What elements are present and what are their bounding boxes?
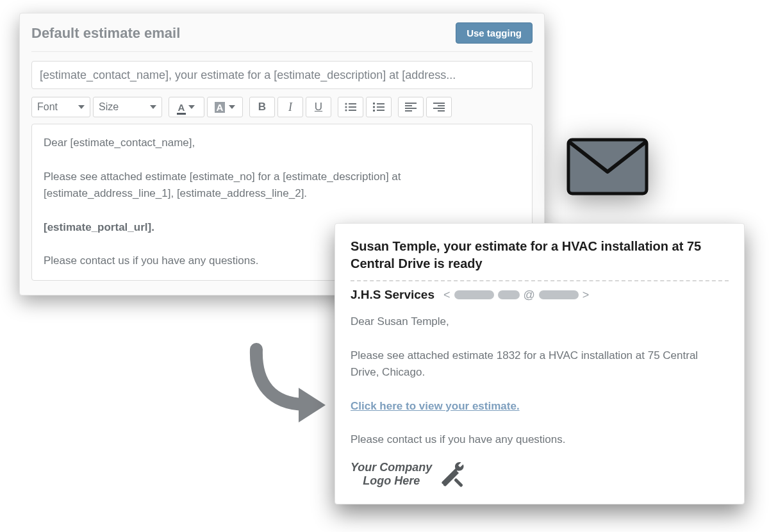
at-symbol: @ <box>524 288 535 302</box>
bullet-list-button[interactable] <box>338 97 363 117</box>
svg-rect-7 <box>377 103 384 104</box>
redacted-text <box>498 290 520 299</box>
subject-input[interactable] <box>31 61 533 89</box>
size-select-label: Size <box>99 101 119 113</box>
logo-placeholder: Your Company Logo Here <box>351 460 729 488</box>
numbered-list-button[interactable] <box>366 97 392 117</box>
size-select[interactable]: Size <box>93 97 162 117</box>
svg-rect-12 <box>405 103 417 104</box>
chevron-down-icon <box>188 105 195 109</box>
svg-rect-11 <box>377 110 384 111</box>
svg-rect-16 <box>433 103 445 104</box>
tools-icon <box>438 460 467 488</box>
preview-panel: Susan Temple, your estimate for a HVAC i… <box>335 223 745 504</box>
highlight-color-button[interactable]: A <box>207 97 243 117</box>
align-right-button[interactable] <box>426 97 452 117</box>
svg-rect-8 <box>373 106 375 108</box>
preview-line: Dear Susan Temple, <box>351 313 729 330</box>
svg-point-0 <box>345 103 347 104</box>
svg-rect-20 <box>568 140 647 194</box>
envelope-icon <box>566 135 649 199</box>
chevron-down-icon <box>78 105 85 109</box>
svg-rect-14 <box>405 108 417 109</box>
text-color-button[interactable]: A <box>169 97 204 117</box>
bold-button[interactable]: B <box>249 97 275 117</box>
preview-divider <box>351 280 729 281</box>
preview-body: Dear Susan Temple, Please see attached e… <box>351 313 729 449</box>
preview-subject: Susan Temple, your estimate for a HVAC i… <box>351 238 729 272</box>
font-select-label: Font <box>37 101 58 113</box>
chevron-down-icon <box>150 105 156 109</box>
italic-button[interactable]: I <box>277 97 303 117</box>
svg-point-2 <box>345 106 347 108</box>
logo-text: Your Company Logo Here <box>351 461 432 487</box>
editor-header: Default estimate email Use tagging <box>31 22 533 52</box>
preview-line: Please contact us if you have any questi… <box>351 431 729 448</box>
logo-line2: Logo Here <box>363 474 420 487</box>
svg-rect-1 <box>349 103 356 104</box>
editor-toolbar: Font Size A A B I U <box>31 97 533 117</box>
preview-line: Please see attached estimate 1832 for a … <box>351 347 729 381</box>
preview-from-email: < @ > <box>443 288 589 302</box>
view-estimate-link[interactable]: Click here to view your estimate. <box>351 400 520 412</box>
svg-rect-9 <box>377 106 384 108</box>
svg-rect-13 <box>405 105 412 106</box>
align-left-button[interactable] <box>398 97 424 117</box>
svg-rect-15 <box>405 110 412 112</box>
redacted-text <box>454 290 494 299</box>
svg-rect-18 <box>433 108 445 109</box>
svg-rect-6 <box>373 103 375 104</box>
underline-button[interactable]: U <box>306 97 331 117</box>
use-tagging-button[interactable]: Use tagging <box>456 22 533 44</box>
logo-line1: Your Company <box>351 461 432 474</box>
align-left-icon <box>405 103 417 112</box>
align-right-icon <box>433 103 445 112</box>
flow-arrow-icon <box>237 343 333 433</box>
numbered-list-icon <box>373 103 384 112</box>
preview-from-name: J.H.S Services <box>351 288 434 302</box>
svg-rect-10 <box>373 110 375 112</box>
bullet-list-icon <box>345 103 356 112</box>
preview-from: J.H.S Services < @ > <box>351 288 729 302</box>
font-select[interactable]: Font <box>31 97 90 117</box>
svg-rect-3 <box>349 106 356 108</box>
svg-rect-21 <box>454 478 463 487</box>
redacted-text <box>539 290 579 299</box>
svg-point-4 <box>345 109 347 111</box>
editor-portal-url: [estimate_portal_url]. <box>44 221 154 233</box>
editor-title: Default estimate email <box>31 25 180 42</box>
editor-body-line: Dear [estimate_contact_name], <box>44 135 520 151</box>
svg-rect-17 <box>438 105 445 106</box>
svg-rect-19 <box>438 110 445 112</box>
chevron-down-icon <box>229 105 235 109</box>
editor-body-line: Please see attached estimate [estimate_n… <box>44 169 520 203</box>
svg-rect-5 <box>349 110 356 111</box>
